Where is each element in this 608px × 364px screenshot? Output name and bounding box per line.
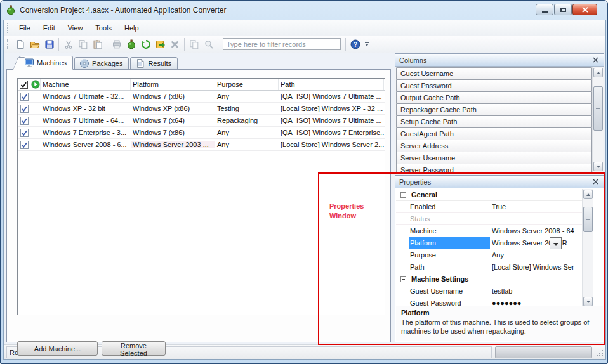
machine-cell: Windows Server 2008 - 6... — [41, 141, 131, 148]
properties-scrollbar[interactable] — [582, 189, 593, 307]
property-row-purpose[interactable]: PurposeAny — [396, 249, 582, 261]
save-icon — [44, 39, 55, 49]
columns-list-item[interactable]: Guest Password — [396, 79, 592, 92]
columns-list-item[interactable]: Server Username — [396, 152, 592, 164]
minimize-button[interactable] — [536, 4, 553, 15]
maximize-button[interactable] — [554, 4, 572, 15]
delete-button[interactable] — [168, 37, 182, 51]
column-header-machine[interactable]: Machine — [41, 79, 131, 90]
platform-cell: Windows 7 (x86) — [131, 93, 215, 100]
columns-list-item[interactable]: Output Cache Path — [396, 91, 592, 104]
machine-row[interactable]: Windows Server 2008 - 6...Windows Server… — [18, 139, 385, 151]
row-checkbox[interactable] — [18, 93, 30, 101]
preview-button[interactable] — [201, 37, 216, 51]
menu-item-view[interactable]: View — [62, 22, 89, 34]
property-row-path[interactable]: Path[Local Store] Windows Ser — [396, 261, 582, 273]
select-all-checkbox[interactable] — [18, 79, 30, 90]
machine-row[interactable]: Windows 7 Ultimate - 32...Windows 7 (x86… — [18, 91, 385, 103]
scroll-up-button[interactable] — [583, 190, 593, 199]
properties-close-button[interactable] — [591, 178, 600, 186]
cut-button[interactable] — [61, 37, 76, 51]
save-button[interactable] — [42, 37, 56, 51]
progress-bar — [495, 346, 592, 358]
property-description: Platform The platform of this machine. T… — [396, 306, 603, 341]
machine-row[interactable]: Windows XP - 32 bitWindows XP (x86)Testi… — [18, 103, 385, 115]
path-cell: [QA_ISO] Windows 7 Ultimate ... — [279, 117, 384, 124]
columns-panel-header[interactable]: Columns — [395, 54, 604, 67]
remove-selected-button[interactable]: Remove Selected — [102, 341, 166, 356]
refresh-button[interactable] — [138, 37, 153, 51]
columns-list-item[interactable]: Server Address — [396, 140, 592, 152]
menu-item-help[interactable]: Help — [118, 22, 145, 34]
toolbar-options-button[interactable] — [362, 37, 371, 51]
app-window: Conversion Project 4.aacx - Automated Ap… — [0, 0, 608, 364]
property-name: Platform — [409, 237, 490, 249]
dropdown-button[interactable] — [550, 237, 562, 249]
property-value: testlab — [490, 287, 582, 295]
copy-button[interactable] — [76, 37, 90, 51]
machine-row[interactable]: Windows 7 Enterprise - 3...Windows 7 (x8… — [18, 127, 385, 139]
row-checkbox[interactable] — [18, 129, 30, 137]
help-button[interactable]: ? — [348, 37, 362, 51]
title-bar[interactable]: Conversion Project 4.aacx - Automated Ap… — [4, 1, 604, 20]
open-folder-button[interactable] — [27, 37, 42, 51]
filter-input[interactable] — [223, 38, 341, 50]
property-name: Machine — [396, 225, 490, 237]
columns-list-item[interactable]: Repackager Cache Path — [396, 103, 592, 116]
tab-machines[interactable]: Machines — [19, 56, 73, 70]
scroll-up-button[interactable] — [593, 68, 603, 77]
svg-text:?: ? — [353, 41, 357, 48]
property-row-platform[interactable]: PlatformWindows Server 2003 R — [396, 237, 582, 249]
print-button[interactable] — [109, 37, 124, 51]
results-icon — [135, 58, 145, 68]
columns-list-item[interactable]: GuestAgent Path — [396, 127, 592, 140]
purpose-cell: Testing — [215, 105, 279, 112]
menu-item-file[interactable]: File — [13, 22, 37, 34]
row-checkbox[interactable] — [18, 141, 30, 149]
columns-list-item[interactable]: Server Password — [396, 164, 592, 172]
scrollbar-thumb[interactable] — [593, 86, 603, 131]
scrollbar-thumb[interactable] — [583, 207, 593, 232]
property-row-machine[interactable]: MachineWindows Server 2008 - 64 — [396, 225, 582, 237]
chevron-down-icon — [553, 240, 558, 247]
new-document-button[interactable] — [13, 37, 27, 51]
properties-panel-header[interactable]: Properties — [395, 176, 604, 188]
menu-item-tools[interactable]: Tools — [89, 22, 118, 34]
property-row-guest-username[interactable]: Guest Usernametestlab — [396, 285, 582, 297]
columns-list-item[interactable]: Guest Username — [396, 67, 592, 80]
column-header-purpose[interactable]: Purpose — [215, 79, 279, 90]
duplicate-button[interactable] — [187, 37, 201, 51]
column-header-path[interactable]: Path — [279, 79, 384, 90]
collapse-icon[interactable] — [400, 276, 406, 282]
tab-results[interactable]: Results — [130, 57, 178, 70]
property-category-machine-settings[interactable]: Machine Settings — [396, 273, 582, 285]
property-value: Any — [490, 251, 582, 259]
scroll-down-button[interactable] — [593, 162, 603, 171]
row-checkbox[interactable] — [18, 105, 30, 113]
paste-button[interactable] — [90, 37, 105, 51]
menu-item-edit[interactable]: Edit — [37, 22, 62, 34]
menu-grip-icon[interactable] — [7, 23, 10, 33]
run-status-icon — [30, 79, 41, 90]
scroll-down-button[interactable] — [583, 297, 593, 306]
path-cell: [QA_ISO] Windows 7 Enterprise... — [279, 129, 384, 136]
column-header-platform[interactable]: Platform — [131, 79, 215, 90]
toolbar-grip-icon[interactable] — [7, 39, 10, 49]
resize-grip-icon[interactable] — [597, 350, 604, 357]
converter-button[interactable] — [124, 37, 138, 51]
columns-close-button[interactable] — [591, 56, 600, 65]
tab-packages[interactable]: Packages — [74, 57, 129, 70]
property-row-status[interactable]: Status — [396, 213, 582, 225]
machine-row[interactable]: Windows 7 Ultimate - 64...Windows 7 (x64… — [18, 115, 385, 127]
property-value[interactable]: Windows Server 2003 R — [490, 239, 582, 247]
property-row-enabled[interactable]: EnabledTrue — [396, 201, 582, 213]
export-package-button[interactable] — [153, 37, 168, 51]
collapse-icon[interactable] — [400, 192, 406, 198]
columns-list-item[interactable]: Setup Cache Path — [396, 115, 592, 128]
add-machine-button[interactable]: Add Machine... — [17, 341, 98, 356]
client-area: FileEditViewToolsHelp — [3, 20, 606, 360]
close-button[interactable] — [572, 4, 597, 15]
row-checkbox[interactable] — [18, 117, 30, 125]
property-category-general[interactable]: General — [396, 189, 582, 201]
columns-scrollbar[interactable] — [592, 67, 603, 172]
